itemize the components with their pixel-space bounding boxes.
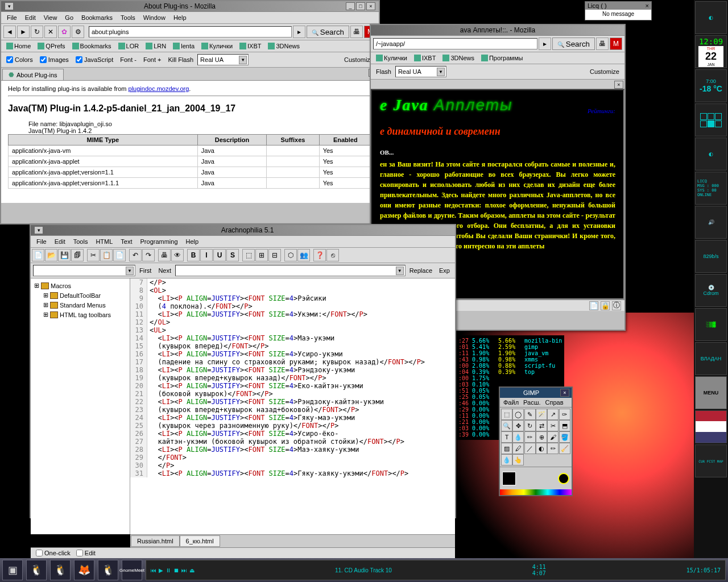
task-app1-icon[interactable]: 🐧 [26,560,47,580]
task-terminal-icon[interactable]: ▣ [2,560,23,580]
stop-button[interactable]: ✕ [44,26,57,38]
status-icon[interactable]: 📄 [589,301,598,310]
gimp-tool-16[interactable]: 🖌 [547,431,559,443]
expand-icon[interactable]: ⊞ [43,292,48,299]
replace-button[interactable]: Replace [407,267,435,275]
task-app2-icon[interactable]: 🐧 [50,560,71,580]
gimp-tool-5[interactable]: ✑ [559,409,570,420]
plugindoc-link[interactable]: plugindoc.mozdev.org [129,85,189,92]
dock-label[interactable]: ВЛАДАН [695,342,727,375]
menu-item-0[interactable]: File [33,237,50,246]
dock-matrix[interactable]: ░▒▓ [695,308,727,341]
minimize-button[interactable]: _ [346,2,355,10]
code-line[interactable]: 21 (боковой кувырок)</FONT></P> [130,390,455,398]
find-next-button[interactable]: Next [155,267,174,275]
menu-item-5[interactable]: Tools [117,13,139,22]
dock-licq-stats[interactable]: LICQMSG : 000SYS : 00ONLINE [695,172,727,205]
tab-about-plugins[interactable]: ⬣About Plug-ins [2,69,64,80]
forward-button[interactable]: ► [17,26,30,38]
toolbar-btn-10[interactable]: ↷ [142,249,155,261]
bookmark-4[interactable]: LRN [143,42,169,50]
gimp-menu-item-1[interactable]: Расш. [523,399,540,406]
bookmark-2[interactable]: Bookmarks [69,42,114,50]
xmms-stop-button[interactable]: ⏹ [173,567,179,573]
xmms-eject-button[interactable]: ⏏ [189,567,195,573]
gimp-tool-0[interactable]: ⬚ [501,409,512,420]
code-line[interactable]: 31 <LI><P ALIGN=JUSTIFY><FONT SIZE=4>Гяк… [130,469,455,477]
dock-wmaker-icon[interactable]: ◐ [695,1,727,34]
code-line[interactable]: 30 </P> [130,462,455,469]
toolbar-btn-25[interactable]: 👥 [297,249,310,261]
print-button[interactable]: 🖶 [350,26,363,38]
code-line[interactable]: 19 (кувырок вперед+кувырок назад)</FONT>… [130,374,455,382]
sysmenu-button[interactable]: ▾ [34,226,43,234]
gimp-tool-6[interactable]: 🔍 [501,420,512,431]
titlebar[interactable]: ava Апплеты!::. - Mozilla [371,25,624,36]
close-button[interactable]: × [366,2,375,10]
code-line[interactable]: 28 <LI><P ALIGN=JUSTIFY><FONT SIZE=4>Маэ… [130,446,455,454]
code-line[interactable]: 11 <LI><P ALIGN=JUSTIFY><FONT SIZE=4>Укэ… [130,310,455,318]
replace-history-select[interactable] [175,265,406,276]
toolbar-btn-18[interactable]: S [226,249,239,261]
gradient-preview[interactable] [500,489,572,495]
print-button[interactable]: 🖶 [596,38,609,50]
javascript-toggle[interactable]: JavaScript [73,56,116,64]
code-line[interactable]: 8<OL> [130,286,455,294]
dock-mixer[interactable]: 🔊 [695,206,727,239]
gimp-tool-18[interactable]: ▨ [501,443,512,454]
tree-item-1[interactable]: ⊞DefaultToolBar [33,290,127,300]
menu-item-2[interactable]: Tools [70,237,92,246]
tools-icon[interactable]: ⚙ [72,26,84,38]
active-brush-icon[interactable] [558,473,569,484]
tab-close-button[interactable]: × [614,81,623,89]
gimp-tool-10[interactable]: ✂ [547,420,559,431]
fg-color-swatch[interactable] [502,472,516,485]
menu-item-2[interactable]: View [40,13,61,22]
menu-item-4[interactable]: Bookmarks [78,13,116,22]
go-button[interactable]: ▸ [539,38,551,50]
toolbar-btn-16[interactable]: I [200,249,213,261]
gimp-tool-13[interactable]: 💧 [512,431,524,443]
dock-net[interactable]: 829b/s [695,240,727,273]
code-line[interactable]: 25 (кувырок через разноименную руку)</FO… [130,422,455,430]
address-bar[interactable] [89,26,292,38]
bookmark-8[interactable]: 3DNews [265,42,303,50]
gimp-tool-2[interactable]: ✎ [524,409,536,420]
titlebar[interactable]: ▾ Arachnophilia 5.1 [31,225,455,236]
gimp-tool-23[interactable]: 🧹 [559,443,570,454]
task-gnomemeeting-icon[interactable]: GnomeMeet [122,560,142,580]
expand-button[interactable]: Exp [436,267,453,275]
gimp-tool-19[interactable]: 🖊 [512,443,524,454]
toolbar-btn-17[interactable]: U [213,249,226,261]
gimp-tool-9[interactable]: ⇄ [536,420,547,431]
bookmark-1[interactable]: QPrefs [35,42,68,50]
mozilla-logo-icon[interactable]: M [610,38,622,50]
lock-icon[interactable]: 🔒 [601,301,610,310]
xmms-prev-button[interactable]: ⏮ [151,567,156,573]
toolbar-btn-9[interactable]: ↶ [129,249,142,261]
search-button[interactable]: Search [307,26,349,38]
tree-item-2[interactable]: ⊞Standard Menus [33,300,127,310]
gimp-tool-12[interactable]: T [501,431,512,443]
customize-button[interactable]: Customize [587,68,622,76]
menu-item-6[interactable]: Help [183,237,202,246]
go-button[interactable]: ▸ [293,26,305,38]
xmms-pause-button[interactable]: ⏸ [166,567,171,573]
code-line[interactable]: 15 (кувырок вперед)</FONT></P> [130,342,455,350]
code-line[interactable]: 18 <LI><P ALIGN=JUSTIFY><FONT SIZE=4>Рэн… [130,366,455,374]
bookmark-5[interactable]: lenta [170,42,197,50]
useragent-select[interactable]: Real UA [395,66,446,77]
dock-cdrom[interactable]: 💿Cdrom [695,274,727,307]
edit-toggle[interactable]: Edit [73,549,98,557]
gimp-tool-15[interactable]: ⊕ [536,431,547,443]
gimp-menu-item-2[interactable]: Справ [545,399,564,406]
gimp-tool-24[interactable]: 💧 [501,454,512,465]
toolbar-btn-12[interactable]: 🖶 [158,249,171,261]
gimp-tool-7[interactable]: ✥ [512,420,524,431]
maximize-button[interactable]: □ [356,2,365,10]
bookmark-7[interactable]: IXBT [237,42,264,50]
menu-item-3[interactable]: HTML [92,237,116,246]
gimp-tool-4[interactable]: ↗ [547,409,559,420]
code-line[interactable]: 16 <LI><P ALIGN=JUSTIFY><FONT SIZE=4>Уси… [130,350,455,358]
code-line[interactable]: 22 <LI><P ALIGN=JUSTIFY><FONT SIZE=4>Рэн… [130,398,455,406]
